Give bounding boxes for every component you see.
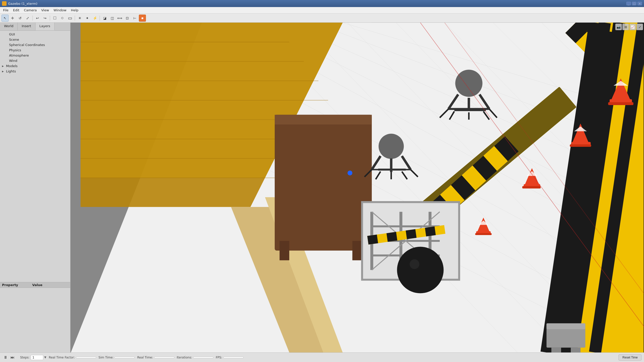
window-title: Gazebo (1_xterm) bbox=[8, 2, 37, 6]
properties-panel: Property Value bbox=[0, 282, 70, 352]
align-button[interactable]: ⟺ bbox=[116, 15, 123, 22]
steps-field: Steps: 1 ▼ bbox=[20, 355, 46, 360]
redo-button[interactable]: ↪ bbox=[42, 15, 49, 22]
close-button[interactable]: × bbox=[637, 2, 642, 5]
tab-layers[interactable]: Layers bbox=[35, 23, 55, 30]
menu-camera[interactable]: Camera bbox=[22, 8, 39, 13]
pause-button[interactable]: ⏸ bbox=[3, 354, 9, 360]
realtime-factor-value bbox=[76, 357, 96, 358]
steps-value: 1 bbox=[31, 355, 43, 360]
svg-rect-123 bbox=[571, 348, 581, 352]
undo-button[interactable]: ↩ bbox=[34, 15, 41, 22]
spot-light-button[interactable]: ⚡ bbox=[91, 15, 98, 22]
box-button[interactable]: □ bbox=[51, 15, 58, 22]
snap-button[interactable]: ⊡ bbox=[124, 15, 131, 22]
sidebar-tabs: World Insert Layers bbox=[0, 23, 70, 31]
tree-item-scene[interactable]: Scene bbox=[0, 37, 70, 42]
svg-point-77 bbox=[455, 70, 482, 97]
svg-rect-60 bbox=[352, 241, 362, 260]
select-tool-button[interactable]: ↖ bbox=[2, 15, 9, 22]
steps-label: Steps: bbox=[20, 356, 30, 359]
tree-item-spherical-coordinates[interactable]: Spherical Coordinates bbox=[0, 42, 70, 48]
steps-dropdown-icon[interactable]: ▼ bbox=[44, 356, 46, 359]
point-light-button[interactable]: ✦ bbox=[84, 15, 91, 22]
iterations-field: Iterations: bbox=[177, 356, 213, 359]
scale-tool-button[interactable]: ⤢ bbox=[24, 15, 31, 22]
cylinder-button[interactable]: ▭ bbox=[66, 15, 73, 22]
svg-point-88 bbox=[379, 134, 404, 159]
3d-viewport[interactable]: 📷 ⊞ 📈 ⤢ bbox=[70, 23, 644, 352]
rotate-tool-button[interactable]: ↺ bbox=[17, 15, 24, 22]
svg-rect-121 bbox=[546, 323, 585, 329]
tree-item-gui[interactable]: GUI bbox=[0, 32, 70, 37]
menu-help[interactable]: Help bbox=[69, 8, 80, 13]
real-time-value bbox=[154, 357, 174, 358]
toolbar-separator-2 bbox=[50, 16, 50, 21]
toolbar-separator-4 bbox=[100, 16, 100, 21]
window-controls: _ □ × bbox=[626, 2, 642, 5]
maximize-button[interactable]: □ bbox=[632, 2, 636, 5]
sim-time-label: Sim Time: bbox=[99, 356, 114, 359]
main-toolbar: ↖ ✛ ↺ ⤢ ↩ ↪ □ ○ ▭ ☀ ✦ ⚡ ◪ ◫ ⟺ ⊡ ⊢ ■ bbox=[0, 14, 644, 23]
real-time-label: Real Time: bbox=[137, 356, 153, 359]
svg-rect-71 bbox=[367, 235, 378, 245]
sim-time-field: Sim Time: bbox=[99, 356, 135, 359]
svg-rect-72 bbox=[386, 232, 397, 242]
gazebo-logo-icon bbox=[2, 1, 7, 6]
plot-button[interactable]: 📈 bbox=[629, 24, 636, 30]
tree-item-models[interactable]: ▶ Models bbox=[0, 63, 70, 69]
svg-rect-57 bbox=[275, 115, 372, 251]
realtime-factor-field: Real Time Factor: bbox=[49, 356, 96, 359]
statusbar: ⏸ ⏭ Steps: 1 ▼ Real Time Factor: Sim Tim… bbox=[0, 352, 644, 362]
tree-item-lights[interactable]: ▶ Lights bbox=[0, 69, 70, 74]
sim-time-value bbox=[114, 357, 135, 358]
tree-item-wind[interactable]: Wind bbox=[0, 58, 70, 63]
menu-view[interactable]: View bbox=[39, 8, 51, 13]
anchor-button[interactable]: ⊢ bbox=[131, 15, 138, 22]
orange-tool-button[interactable]: ■ bbox=[139, 15, 146, 22]
playback-controls: ⏸ ⏭ bbox=[3, 354, 16, 360]
fps-field: FPS: bbox=[216, 356, 244, 359]
menu-file[interactable]: File bbox=[1, 8, 11, 13]
sphere-button[interactable]: ○ bbox=[59, 15, 66, 22]
titlebar: Gazebo (1_xterm) _ □ × bbox=[0, 0, 644, 7]
model-tool-2-button[interactable]: ◫ bbox=[109, 15, 116, 22]
toolbar-separator-3 bbox=[75, 16, 75, 21]
svg-rect-114 bbox=[475, 233, 492, 235]
main-layout: World Insert Layers GUI Scene Spherical … bbox=[0, 23, 644, 352]
svg-rect-122 bbox=[551, 348, 561, 352]
value-col-header: Value bbox=[32, 283, 68, 287]
svg-rect-59 bbox=[279, 241, 289, 260]
svg-rect-102 bbox=[608, 102, 633, 105]
iterations-value bbox=[193, 357, 213, 358]
svg-rect-74 bbox=[425, 227, 436, 237]
tab-insert[interactable]: Insert bbox=[18, 23, 35, 30]
properties-header: Property Value bbox=[0, 282, 70, 288]
step-button[interactable]: ⏭ bbox=[10, 354, 16, 360]
toolbar-separator-1 bbox=[32, 16, 33, 21]
menu-window[interactable]: Window bbox=[52, 8, 68, 13]
minimize-button[interactable]: _ bbox=[626, 2, 631, 5]
menu-edit[interactable]: Edit bbox=[11, 8, 21, 13]
viewport-toolbar: 📷 ⊞ 📈 ⤢ bbox=[615, 24, 643, 30]
iterations-label: Iterations: bbox=[177, 356, 192, 359]
model-tool-1-button[interactable]: ◪ bbox=[101, 15, 108, 22]
translate-tool-button[interactable]: ✛ bbox=[9, 15, 16, 22]
sun-light-button[interactable]: ☀ bbox=[76, 15, 83, 22]
svg-rect-110 bbox=[522, 186, 541, 189]
grid-toggle-button[interactable]: ⊞ bbox=[622, 24, 629, 30]
svg-point-76 bbox=[410, 259, 419, 269]
scene-canvas bbox=[70, 23, 644, 352]
reset-time-button[interactable]: Reset Time bbox=[619, 354, 641, 360]
tree-item-atmosphere[interactable]: Atmosphere bbox=[0, 53, 70, 58]
fullscreen-button[interactable]: ⤢ bbox=[636, 24, 643, 30]
sidebar: World Insert Layers GUI Scene Spherical … bbox=[0, 23, 70, 352]
real-time-field: Real Time: bbox=[137, 356, 174, 359]
svg-rect-58 bbox=[275, 115, 372, 125]
tree-item-physics[interactable]: Physics bbox=[0, 48, 70, 53]
realtime-factor-label: Real Time Factor: bbox=[49, 356, 75, 359]
tab-world[interactable]: World bbox=[0, 23, 18, 30]
svg-rect-106 bbox=[570, 144, 591, 147]
fps-value bbox=[223, 357, 244, 358]
screenshot-button[interactable]: 📷 bbox=[615, 24, 622, 30]
